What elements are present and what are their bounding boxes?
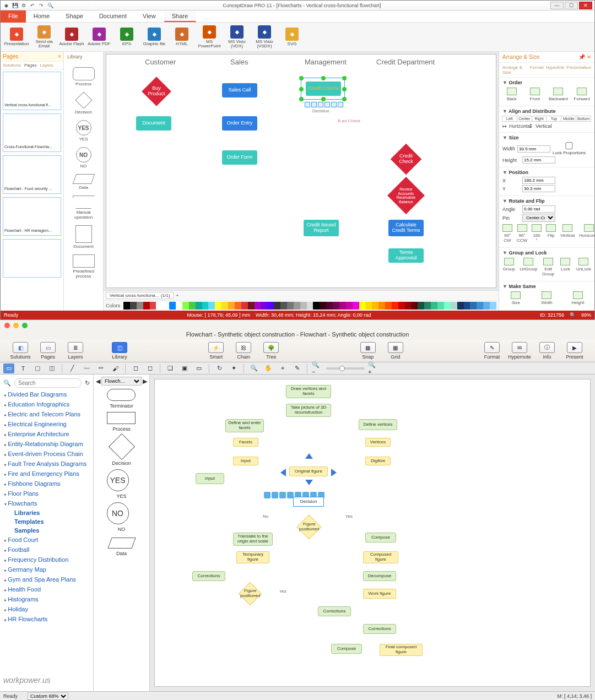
tool-hand[interactable]: ✋ [263,363,274,373]
sol-divided-bar-diagrams[interactable]: Divided Bar Diagrams [0,389,93,399]
lib-manual-op[interactable]: Manual operation [72,196,96,220]
swatch[interactable] [477,302,483,310]
align-middle[interactable]: Middle [561,116,576,122]
swatch[interactable] [176,302,182,310]
thumb-2[interactable]: Flowchart - Food security ... [3,155,61,194]
flip-action[interactable]: Flip [546,224,556,243]
swatch[interactable] [392,302,398,310]
90-ccw-action[interactable]: 90° CCW [517,224,527,243]
swatch[interactable] [182,302,189,310]
lib-yes[interactable]: YESYES [72,120,96,142]
sol-frequency-distribution[interactable]: Frequency Distribution [0,555,93,565]
tool-layers[interactable]: ❏ [165,363,176,373]
edit-group-action[interactable]: Edit Group [542,258,555,276]
align-bottom[interactable]: Bottom [576,116,591,122]
lib-left[interactable]: ◀ [96,378,100,385]
panel-close-icon[interactable]: × [58,53,61,59]
mn-def-v[interactable]: Define vertices [359,419,397,430]
mn-compfig[interactable]: Composed figure [363,551,398,563]
x-input[interactable] [522,177,555,184]
mshape-term[interactable]: Terminator [107,389,137,409]
sol-electrical-engineering[interactable]: Electrical Engineering [0,419,93,429]
90-cw-action[interactable]: 90° CW [502,224,512,243]
mshape-data[interactable]: Data [107,535,137,556]
width-input[interactable] [517,145,550,153]
tool-rotate[interactable]: ↻ [214,363,225,373]
sol-football[interactable]: Football [0,545,93,555]
mn-compose1[interactable]: Compose [365,533,396,542]
tool-stamp[interactable]: ⌖ [277,363,288,373]
btn-grid[interactable]: ▦Grid [382,342,409,360]
close-button[interactable]: ✕ [579,2,592,9]
swatch[interactable] [274,302,280,310]
btn-layers[interactable]: ≣Layers [62,342,89,360]
swatch[interactable] [150,302,156,310]
ribbon-ms-visio-vsdx-[interactable]: ◆MS Visio (VSDX) [252,25,277,49]
mn-orig[interactable]: Original figure [289,466,328,476]
backward-action[interactable]: Backward [549,88,568,101]
ribbon-ms-powerpoint[interactable]: ◆MS PowerPoint [197,25,222,49]
swatch[interactable] [339,302,346,310]
ribbon-ms-visio-vdx-[interactable]: ◆MS Visio (VDX) [224,25,250,49]
sol-fault-tree-analysis-diagrams[interactable]: Fault Tree Analysis Diagrams [0,459,93,469]
thumb-0[interactable]: Vertical cross-functional fl... [3,72,61,110]
vertical-action[interactable]: Vertical [560,224,575,243]
tab-home[interactable]: Home [26,10,58,22]
tab-share[interactable]: Share [164,10,196,22]
swatch[interactable] [437,302,444,310]
mn-draw[interactable]: Draw vertices and facets [286,385,331,398]
angle-input[interactable] [522,205,555,213]
btn-format[interactable]: ✎Format [478,342,506,360]
swatch[interactable] [280,302,287,310]
unlock-action[interactable]: UnLock [576,258,591,276]
swatch[interactable] [464,302,470,310]
width-action[interactable]: Width [533,291,560,305]
settings-icon[interactable]: ⚙ [20,2,27,9]
lib-process[interactable]: Process [72,67,96,86]
swatch[interactable] [372,302,378,310]
tab-shape[interactable]: Shape [58,10,91,22]
pin-select[interactable]: Center-Center [522,214,555,222]
btn-chain[interactable]: ⛓Chain [230,342,257,360]
swatch[interactable] [163,302,169,310]
solutions-search[interactable] [14,378,82,388]
swatch[interactable] [326,302,333,310]
ribbon-svg[interactable]: ◆SVG [279,28,305,46]
swatch[interactable] [215,302,221,310]
group-action[interactable]: Group [502,258,515,276]
swatch[interactable] [294,302,300,310]
tool-line[interactable]: ╱ [67,363,78,373]
zoom-select[interactable]: Custom 68% [28,692,68,700]
node-order-entry[interactable]: Order Entry [222,116,257,131]
forward-action[interactable]: Forward [572,88,591,101]
node-document[interactable]: Document [136,116,171,131]
node-calc-terms[interactable]: Calculate Credit Terms [388,220,424,236]
sol-fishbone-diagrams[interactable]: Fishbone Diagrams [0,479,93,489]
sol-fire-and-emergency-plans[interactable]: Fire and Emergency Plans [0,469,93,479]
lib-document[interactable]: Document [72,225,96,249]
swatch[interactable] [221,302,228,310]
subtab-solutions[interactable]: Solutions [3,63,21,68]
swatch[interactable] [287,302,294,310]
sol-education-infographics[interactable]: Education Infographics [0,399,93,409]
swatch[interactable] [418,302,424,310]
mac-canvas[interactable]: Draw vertices and facets Take picture of… [154,379,591,687]
swatch[interactable] [300,302,307,310]
tool-shape1[interactable]: ◻ [130,363,141,373]
mini-shape-picker[interactable] [305,102,343,107]
mn-input-l[interactable]: Input [196,473,224,484]
thumb-4[interactable] [3,239,61,278]
tool-select[interactable]: ▭ [3,363,14,373]
lock-prop[interactable] [553,142,586,149]
mshape-yes[interactable]: YESYES [107,469,137,499]
swatch[interactable] [490,302,496,310]
btn-pages[interactable]: ▭Pages [34,342,62,360]
swatch[interactable] [267,302,274,310]
height-action[interactable]: Height [565,291,591,305]
zoom-slider[interactable] [326,367,365,370]
swatch[interactable] [123,302,130,310]
sol-holiday[interactable]: Holiday [0,604,93,614]
thumb-3[interactable]: Flowchart - HR managem... [3,197,61,236]
btn-library[interactable]: ◫Library [106,342,133,360]
btn-tree[interactable]: 🌳Tree [257,342,285,360]
